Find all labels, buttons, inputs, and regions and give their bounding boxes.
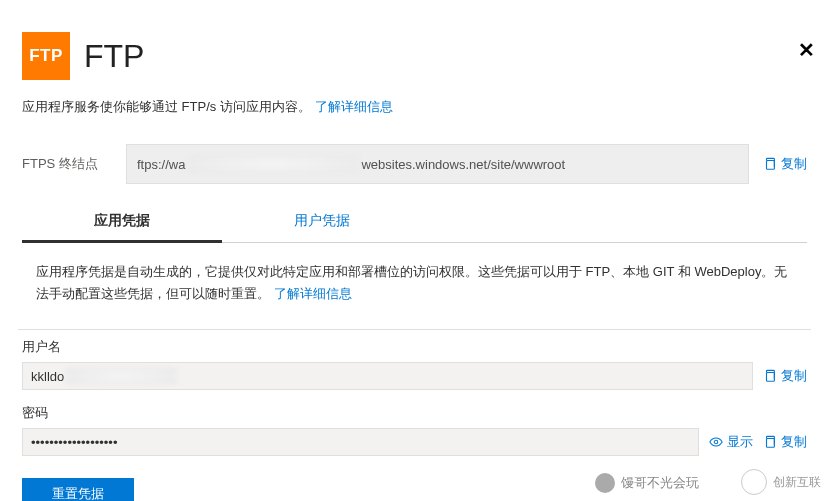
redacted-segment [188,156,358,172]
learn-more-link[interactable]: 了解详细信息 [315,99,393,114]
tab-user-credentials[interactable]: 用户凭据 [222,204,422,242]
tab-app-credentials[interactable]: 应用凭据 [22,204,222,243]
svg-point-2 [714,440,718,444]
show-password-button[interactable]: 显示 [709,433,753,451]
svg-rect-1 [767,373,775,382]
copy-icon [763,369,777,383]
copy-label: 复制 [781,367,807,385]
copy-ftps-button[interactable]: 复制 [763,155,807,173]
page-header: FTP FTP [22,32,807,80]
intro-body: 应用程序服务使你能够通过 FTP/s 访问应用内容。 [22,99,311,114]
ftps-endpoint-label: FTPS 终结点 [22,155,112,173]
password-masked: ••••••••••••••••••• [31,435,117,450]
ftps-value-prefix: ftps://wa [137,157,185,172]
copy-label: 复制 [781,155,807,173]
ftps-value-suffix: websites.windows.net/site/wwwroot [361,157,565,172]
redacted-segment [66,368,176,384]
intro-text: 应用程序服务使你能够通过 FTP/s 访问应用内容。 了解详细信息 [22,98,807,116]
username-value-prefix: kklldo [31,369,64,384]
reset-credentials-button[interactable]: 重置凭据 [22,478,134,501]
svg-rect-3 [767,439,775,448]
ftps-endpoint-field[interactable]: ftps://wa websites.windows.net/site/wwwr… [126,144,749,184]
password-label: 密码 [22,404,807,422]
wechat-caption: 馒哥不光会玩 [595,473,699,493]
copy-label: 复制 [781,433,807,451]
separator [18,329,811,330]
wechat-text: 馒哥不光会玩 [621,474,699,492]
brand-logo-icon [741,469,767,495]
username-field[interactable]: kklldo [22,362,753,390]
close-icon[interactable]: ✕ [798,38,815,62]
ftp-logo-icon: FTP [22,32,70,80]
copy-icon [763,435,777,449]
copy-password-button[interactable]: 复制 [763,433,807,451]
page-title: FTP [84,38,144,75]
wechat-icon [595,473,615,493]
eye-icon [709,435,723,449]
password-field[interactable]: ••••••••••••••••••• [22,428,699,456]
credential-description-text: 应用程序凭据是自动生成的，它提供仅对此特定应用和部署槽位的访问权限。这些凭据可以… [36,264,787,301]
copy-icon [763,157,777,171]
show-label: 显示 [727,433,753,451]
credential-tabs: 应用凭据 用户凭据 [22,204,807,243]
brand-text: 创新互联 [773,474,821,491]
credential-description: 应用程序凭据是自动生成的，它提供仅对此特定应用和部署槽位的访问权限。这些凭据可以… [22,261,807,305]
copy-username-button[interactable]: 复制 [763,367,807,385]
brand-watermark: 创新互联 [741,469,821,495]
svg-rect-0 [767,161,775,170]
username-label: 用户名 [22,338,807,356]
learn-more-credentials-link[interactable]: 了解详细信息 [274,286,352,301]
